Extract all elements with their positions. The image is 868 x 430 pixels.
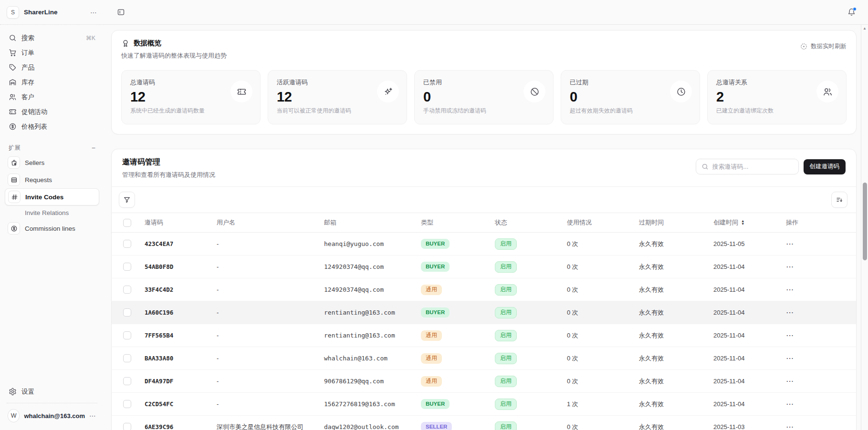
sidebar-item-label: Sellers xyxy=(25,159,96,166)
table-row[interactable]: 33F4C4D2 - 124920374@qq.com 通用 启用 0 次 永久… xyxy=(112,278,856,301)
status-badge: 启用 xyxy=(495,284,517,296)
sidebar-section-extensions[interactable]: 扩展 − xyxy=(5,142,99,154)
column-header-usage: 使用情况 xyxy=(555,213,627,233)
type-badge: BUYER xyxy=(421,239,450,249)
table-row[interactable]: 7FF565B4 - rentianting@163.com 通用 启用 0 次… xyxy=(112,324,856,347)
sort-button[interactable] xyxy=(831,192,847,208)
expiry-cell: 永久有效 xyxy=(627,370,702,393)
filter-button[interactable] xyxy=(119,192,135,208)
status-badge: 启用 xyxy=(495,307,517,318)
user-avatar: W xyxy=(8,409,20,422)
row-actions-button[interactable]: ⋯ xyxy=(786,354,794,362)
row-actions-button[interactable]: ⋯ xyxy=(786,286,794,294)
expiry-cell: 永久有效 xyxy=(627,256,702,278)
sidebar-item-search[interactable]: 搜索 ⌘K xyxy=(5,31,99,45)
row-checkbox[interactable] xyxy=(123,308,131,317)
row-actions-button[interactable]: ⋯ xyxy=(786,400,794,408)
table-header-row: 邀请码 用户名 邮箱 类型 状态 使用情况 过期时间 创建时间 xyxy=(112,213,856,233)
sidebar-item-invite-codes[interactable]: Invite Codes xyxy=(5,188,99,205)
user-menu-icon[interactable]: ⋯ xyxy=(89,412,96,420)
column-header-created-sort[interactable]: 创建时间 ▲▼ xyxy=(713,218,744,227)
row-actions-button[interactable]: ⋯ xyxy=(786,263,794,271)
invite-code-search[interactable] xyxy=(696,159,799,174)
workspace-menu-icon[interactable]: ⋯ xyxy=(90,9,97,16)
sidebar-item-commission-lines[interactable]: Commission lines xyxy=(5,220,99,237)
row-actions-button[interactable]: ⋯ xyxy=(786,377,794,385)
sidebar: S SharerLine ⋯ 搜索 ⌘K 订单 产品 库存 xyxy=(0,0,104,430)
invite-code-cell: 1A60C196 xyxy=(145,309,173,316)
app-window: S SharerLine ⋯ 搜索 ⌘K 订单 产品 库存 xyxy=(0,0,868,430)
stat-card-disabled-codes: 已禁用 0 手动禁用或冻结的邀请码 xyxy=(414,70,554,124)
email-cell: 124920374@qq.com xyxy=(324,286,384,293)
table-row[interactable]: BAA33A80 - whalchain@163.com 通用 启用 0 次 永… xyxy=(112,347,856,370)
sidebar-item-orders[interactable]: 订单 xyxy=(5,45,99,60)
invite-table-body: 423C4EA7 - heanqi@yuguo.com BUYER 启用 0 次… xyxy=(112,233,856,430)
type-badge: 通用 xyxy=(421,376,442,387)
collapse-icon[interactable]: − xyxy=(92,144,95,152)
search-input[interactable] xyxy=(712,163,793,170)
row-checkbox[interactable] xyxy=(123,331,131,339)
usage-cell: 0 次 xyxy=(555,256,627,278)
sidebar-item-sellers[interactable]: Sellers xyxy=(5,154,99,171)
sidebar-item-customers[interactable]: 客户 xyxy=(5,90,99,104)
expiry-cell: 永久有效 xyxy=(627,301,702,324)
main-area: 数据概览 快速了解邀请码的整体表现与使用趋势 数据实时刷新 总邀请码 12 系统… xyxy=(104,0,868,430)
dollar-circle-icon xyxy=(9,123,17,131)
user-menu[interactable]: W whalchain@163.com ⋯ xyxy=(5,407,99,424)
expiry-cell: 永久有效 xyxy=(627,347,702,370)
table-row[interactable]: 54AB0F8D - 124920374@qq.com BUYER 启用 0 次… xyxy=(112,256,856,278)
row-checkbox[interactable] xyxy=(123,423,131,430)
sidebar-item-invite-relations[interactable]: Invite Relations xyxy=(5,205,99,220)
table-row[interactable]: C2CD54FC - 15627276819@163.com BUYER 启用 … xyxy=(112,393,856,416)
row-actions-button[interactable]: ⋯ xyxy=(786,240,794,248)
row-actions-button[interactable]: ⋯ xyxy=(786,308,794,317)
sidebar-item-label: 客户 xyxy=(21,93,95,102)
table-row[interactable]: 423C4EA7 - heanqi@yuguo.com BUYER 启用 0 次… xyxy=(112,233,856,256)
create-invite-code-button[interactable]: 创建邀请码 xyxy=(804,159,846,174)
select-all-checkbox[interactable] xyxy=(123,219,131,227)
scrollbar-up-arrow[interactable]: ▲ xyxy=(861,26,868,31)
row-actions-button[interactable]: ⋯ xyxy=(786,331,794,339)
table-row[interactable]: 1A60C196 - rentianting@163.com BUYER 启用 … xyxy=(112,301,856,324)
sidebar-item-pricelists[interactable]: 价格列表 xyxy=(5,119,99,134)
expiry-cell: 永久有效 xyxy=(627,324,702,347)
sidebar-item-promotions[interactable]: 促销活动 xyxy=(5,104,99,119)
username-cell: - xyxy=(205,324,313,347)
row-checkbox[interactable] xyxy=(123,377,131,385)
user-email: whalchain@163.com xyxy=(24,412,85,420)
status-badge: 启用 xyxy=(495,399,517,410)
username-cell: - xyxy=(205,370,313,393)
username-cell: - xyxy=(205,393,313,416)
row-checkbox[interactable] xyxy=(123,240,131,248)
sidebar-item-label: 设置 xyxy=(21,388,95,396)
sidebar-item-inventory[interactable]: 库存 xyxy=(5,75,99,90)
usage-cell: 0 次 xyxy=(555,416,627,430)
column-header-expiry: 过期时间 xyxy=(627,213,702,233)
vertical-scrollbar[interactable]: ▲ xyxy=(861,25,868,430)
hash-icon xyxy=(8,191,21,203)
sidebar-item-products[interactable]: 产品 xyxy=(5,60,99,75)
status-badge: 启用 xyxy=(495,261,517,273)
row-checkbox[interactable] xyxy=(123,354,131,362)
created-cell: 2025-11-04 xyxy=(702,370,774,393)
type-badge: 通用 xyxy=(421,330,442,341)
stat-card-expired-codes: 已过期 0 超过有效期失效的邀请码 xyxy=(561,70,700,124)
table-row[interactable]: DF4A97DF - 906786129@qq.com 通用 启用 0 次 永久… xyxy=(112,370,856,393)
sidebar-item-settings[interactable]: 设置 xyxy=(5,384,99,399)
sidebar-toggle-button[interactable] xyxy=(114,5,128,20)
stat-description: 系统中已经生成的邀请码数量 xyxy=(130,107,251,115)
sidebar-item-requests[interactable]: Requests xyxy=(5,171,99,188)
row-checkbox[interactable] xyxy=(123,400,131,408)
notifications-button[interactable] xyxy=(844,5,858,20)
workspace-avatar: S xyxy=(7,6,19,19)
scrollbar-thumb[interactable] xyxy=(863,183,867,260)
table-toolbar xyxy=(112,187,856,213)
usage-cell: 0 次 xyxy=(555,347,627,370)
table-row[interactable]: 6AE39C96 深圳市美之星信息科技有限公司 dagw1202@outlook… xyxy=(112,416,856,430)
created-cell: 2025-11-04 xyxy=(702,256,774,278)
row-checkbox[interactable] xyxy=(123,286,131,294)
sidebar-item-label: 库存 xyxy=(21,78,95,87)
row-checkbox[interactable] xyxy=(123,263,131,271)
row-actions-button[interactable]: ⋯ xyxy=(786,423,794,430)
workspace-switcher[interactable]: S SharerLine ⋯ xyxy=(0,0,104,25)
